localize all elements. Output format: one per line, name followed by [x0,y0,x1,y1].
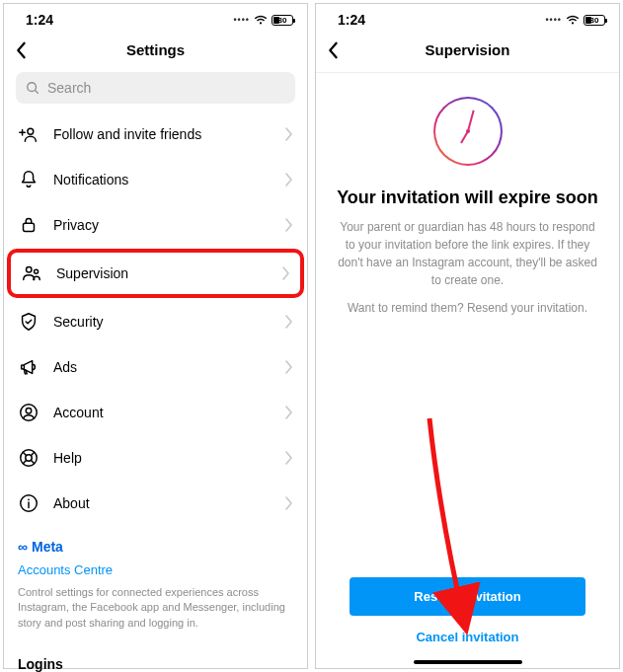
chevron-right-icon [285,315,293,329]
chevron-right-icon [285,406,293,419]
svg-point-4 [35,269,39,273]
supervision-body: Your invitation will expire soon Your pa… [316,73,619,654]
item-supervision[interactable]: Supervision [7,249,304,298]
cell-signal-icon: •••• [233,15,250,25]
item-ads[interactable]: Ads [4,344,307,390]
add-user-icon [18,123,39,145]
account-icon [18,402,39,423]
shield-icon [18,311,39,333]
clock-time: 1:24 [26,12,53,28]
page-title: Settings [126,41,185,58]
bell-icon [18,169,39,190]
wifi-icon [254,15,268,26]
meta-section: Meta Accounts Centre Control settings fo… [4,526,307,642]
item-label: About [53,495,272,511]
logins-heading: Logins [4,642,307,672]
megaphone-icon [18,356,39,378]
back-button[interactable] [14,41,28,63]
cancel-button[interactable]: Cancel invitation [350,630,585,644]
resend-button[interactable]: Resend invitation [350,577,585,616]
item-help[interactable]: Help [4,435,307,481]
chevron-right-icon [285,127,293,141]
item-label: Ads [53,359,272,375]
meta-description: Control settings for connected experienc… [18,585,293,631]
item-account[interactable]: Account [4,390,307,435]
back-button[interactable] [326,41,340,63]
item-label: Follow and invite friends [53,126,272,142]
chevron-right-icon [285,218,293,232]
item-label: Security [53,314,272,330]
svg-point-10 [28,498,30,500]
chevron-right-icon [285,173,293,187]
wifi-icon [566,15,580,26]
status-bar: 1:24 •••• 30 [316,4,619,32]
clock-icon [433,97,503,166]
item-security[interactable]: Security [4,299,307,344]
item-follow-invite[interactable]: Follow and invite friends [4,112,307,157]
battery-icon: 30 [272,15,293,26]
svg-point-3 [27,267,33,273]
cell-signal-icon: •••• [545,15,562,25]
supervision-heading: Your invitation will expire soon [337,187,598,208]
meta-logo: Meta [18,538,293,558]
item-label: Privacy [53,217,272,233]
item-privacy[interactable]: Privacy [4,202,307,248]
page-title: Supervision [426,41,510,58]
svg-rect-2 [24,223,35,231]
item-label: Supervision [56,265,269,281]
supervision-text-2: Want to remind them? Resend your invitat… [348,299,587,317]
supervision-screen: 1:24 •••• 30 Supervision Your invitation… [315,3,620,669]
search-input[interactable]: Search [16,72,295,104]
svg-point-6 [26,408,32,413]
home-indicator [414,660,522,664]
accounts-centre-link[interactable]: Accounts Centre [18,561,293,579]
item-about[interactable]: About [4,481,307,526]
header: Supervision [316,32,619,72]
item-label: Notifications [53,172,272,187]
settings-screen: 1:24 •••• 30 Settings Search Follow and … [3,3,308,669]
svg-point-1 [28,128,34,134]
header: Settings [4,32,307,72]
info-icon [18,492,39,514]
item-label: Help [53,450,272,466]
battery-icon: 30 [584,15,605,26]
chevron-right-icon [285,360,293,374]
clock-time: 1:24 [338,12,365,28]
chevron-right-icon [285,496,293,510]
search-placeholder: Search [47,80,91,96]
search-icon [26,81,39,95]
supervision-text-1: Your parent or guardian has 48 hours to … [336,218,599,289]
status-bar: 1:24 •••• 30 [4,4,307,32]
svg-point-8 [26,455,32,461]
people-icon [21,262,42,284]
settings-list: Follow and invite friends Notifications … [4,112,307,526]
chevron-right-icon [282,266,290,280]
item-notifications[interactable]: Notifications [4,157,307,202]
item-label: Account [53,405,272,420]
chevron-right-icon [285,451,293,465]
lifebuoy-icon [18,447,39,469]
lock-icon [18,214,39,236]
